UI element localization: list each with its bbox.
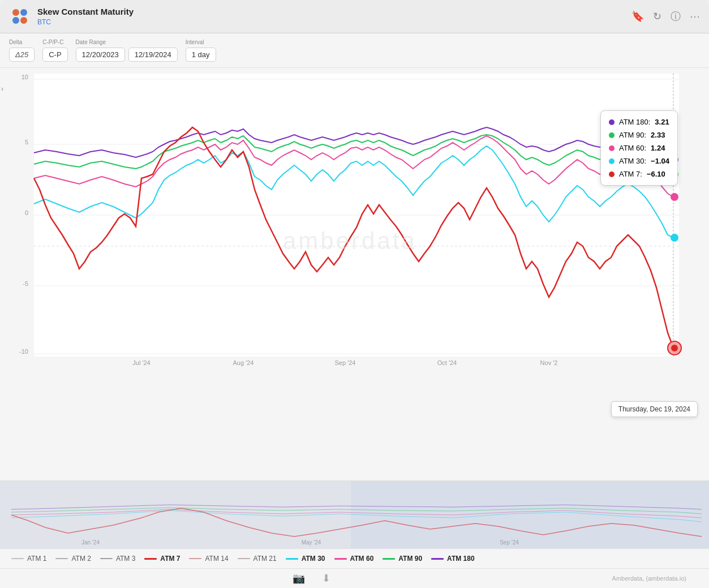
tooltip-atm60-label: ATM 60:	[619, 144, 646, 152]
interval-selector[interactable]: 1 day	[186, 48, 216, 62]
legend-atm1-line	[11, 558, 24, 559]
tooltip-atm180-dot	[609, 119, 615, 125]
cp-selector[interactable]: C-P	[42, 48, 67, 62]
legend-atm90[interactable]: ATM 90	[383, 555, 422, 563]
svg-point-2	[12, 17, 19, 24]
chart-title: Skew Constant Maturity	[37, 7, 134, 16]
legend-atm3-label: ATM 3	[116, 555, 135, 563]
chart-area: › 10 5 0 -5 -10 Jul '24 Aug '24 Sep '24	[0, 68, 709, 548]
interval-control: Interval 1 day	[186, 39, 216, 62]
legend-atm14-line	[189, 558, 201, 559]
legend-atm1[interactable]: ATM 1	[11, 555, 46, 563]
svg-text:Nov '2: Nov '2	[540, 359, 558, 366]
bookmark-icon[interactable]: 🔖	[631, 10, 644, 23]
svg-text:-5: -5	[23, 280, 28, 287]
tooltip-atm7-dot	[609, 171, 615, 177]
legend-atm2[interactable]: ATM 2	[55, 555, 91, 563]
cp-label: C-P/P-C	[42, 39, 67, 45]
refresh-icon[interactable]: ↻	[653, 10, 661, 23]
legend-atm90-label: ATM 90	[398, 555, 422, 563]
legend-atm14[interactable]: ATM 14	[189, 555, 228, 563]
legend-atm1-label: ATM 1	[27, 555, 46, 563]
svg-text:Jul '24: Jul '24	[132, 359, 150, 366]
minimap-container: Jan '24 May '24 Sep '24	[0, 480, 709, 548]
download-icon[interactable]: ⬇	[322, 572, 330, 585]
interval-label: Interval	[186, 39, 216, 45]
tooltip-atm90-dot	[609, 132, 615, 138]
legend-atm7-label: ATM 7	[160, 555, 180, 563]
tooltip-atm7-label: ATM 7:	[619, 170, 642, 178]
legend-atm2-label: ATM 2	[71, 555, 91, 563]
title-group: Skew Constant Maturity BTC	[37, 7, 134, 27]
svg-text:10: 10	[22, 74, 28, 80]
more-icon[interactable]: ⋯	[690, 10, 700, 23]
titlebar-actions: 🔖 ↻ ⓘ ⋯	[631, 10, 700, 23]
svg-text:amberdata: amberdata	[283, 228, 417, 254]
svg-text:5: 5	[25, 139, 28, 145]
legend-atm21-label: ATM 21	[253, 555, 277, 563]
delta-label: Delta	[9, 39, 35, 45]
legend-atm60[interactable]: ATM 60	[334, 555, 374, 563]
daterange-label: Date Range	[76, 39, 178, 45]
titlebar: Skew Constant Maturity BTC 🔖 ↻ ⓘ ⋯	[0, 0, 709, 33]
camera-icon[interactable]: 📷	[293, 572, 305, 585]
legend-atm7[interactable]: ATM 7	[144, 555, 180, 563]
legend-atm180[interactable]: ATM 180	[431, 555, 474, 563]
atm30-dot	[671, 234, 678, 242]
tooltip-atm60: ATM 60: 1.24	[609, 141, 669, 154]
svg-point-0	[12, 9, 19, 16]
footer-credit: Amberdata, (amberdata.io)	[612, 575, 686, 582]
tooltip-atm90: ATM 90: 2.33	[609, 128, 669, 141]
legend-atm21-line	[238, 558, 250, 559]
tooltip-panel: ATM 180: 3.21 ATM 90: 2.33 ATM 60: 1.24 …	[600, 110, 678, 186]
legend-atm3-line	[100, 558, 113, 559]
legend-atm180-line	[431, 558, 444, 560]
svg-text:0: 0	[25, 209, 28, 216]
delta-selector[interactable]: Δ25	[9, 48, 35, 62]
tooltip-atm90-value: 2.33	[651, 131, 665, 139]
tooltip-atm30: ATM 30: −1.04	[609, 154, 669, 168]
tooltip-atm7-value: −6.10	[647, 170, 665, 178]
legend-atm60-line	[334, 558, 347, 560]
svg-point-1	[20, 9, 27, 16]
svg-text:Oct '24: Oct '24	[437, 359, 457, 366]
legend-atm2-line	[55, 558, 68, 559]
cp-control: C-P/P-C C-P	[42, 39, 67, 62]
date-from-input[interactable]: 12/20/2023	[76, 48, 125, 62]
tooltip-atm180-label: ATM 180:	[619, 118, 650, 126]
app-logo	[9, 6, 31, 27]
tooltip-date-text: Thursday, Dec 19, 2024	[618, 405, 690, 413]
atm60-dot	[671, 193, 678, 201]
tooltip-atm7: ATM 7: −6.10	[609, 168, 669, 181]
legend-atm30[interactable]: ATM 30	[286, 555, 325, 563]
svg-point-3	[20, 17, 27, 24]
legend-atm60-label: ATM 60	[350, 555, 374, 563]
footer: 📷 ⬇ Amberdata, (amberdata.io)	[0, 568, 709, 588]
tooltip-atm30-dot	[609, 158, 615, 164]
date-tooltip: Thursday, Dec 19, 2024	[611, 401, 698, 417]
tooltip-atm30-value: −1.04	[651, 157, 669, 165]
tooltip-atm60-value: 1.24	[651, 144, 665, 152]
svg-text:-10: -10	[19, 348, 28, 355]
chart-legend: ATM 1 ATM 2 ATM 3 ATM 7 ATM 14 ATM 21 AT…	[0, 548, 709, 568]
legend-atm3[interactable]: ATM 3	[100, 555, 135, 563]
tooltip-atm90-label: ATM 90:	[619, 131, 646, 139]
legend-atm14-label: ATM 14	[205, 555, 228, 563]
info-icon[interactable]: ⓘ	[671, 10, 681, 23]
titlebar-left: Skew Constant Maturity BTC	[9, 6, 134, 27]
svg-text:Sep '24: Sep '24	[335, 359, 356, 366]
footer-icons: 📷 ⬇	[11, 572, 612, 585]
legend-atm180-label: ATM 180	[447, 555, 474, 563]
legend-atm21[interactable]: ATM 21	[238, 555, 277, 563]
atm7-dot	[671, 345, 678, 351]
legend-atm7-line	[144, 558, 157, 560]
date-to-input[interactable]: 12/19/2024	[128, 48, 178, 62]
chart-subtitle: BTC	[37, 18, 51, 26]
svg-text:Aug '24: Aug '24	[233, 359, 254, 366]
tooltip-atm30-label: ATM 30:	[619, 157, 646, 165]
delta-control: Delta Δ25	[9, 39, 35, 62]
tooltip-atm180: ATM 180: 3.21	[609, 115, 669, 128]
tooltip-atm60-dot	[609, 145, 615, 151]
legend-atm30-line	[286, 558, 298, 560]
tooltip-atm180-value: 3.21	[655, 118, 669, 126]
